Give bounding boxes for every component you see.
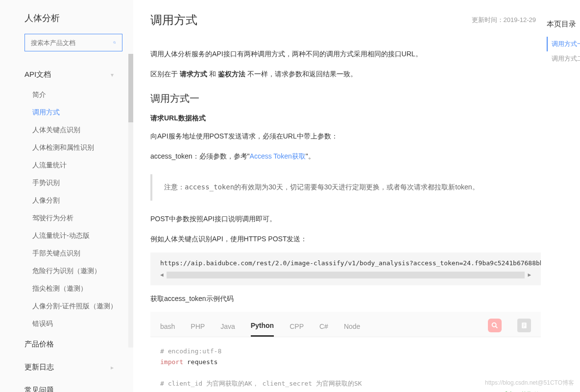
nav-item[interactable]: 调用方式 [32, 104, 133, 121]
watermark: https://blog.csdn.net@51CTO博客 [485, 379, 574, 387]
paragraph: 向API服务地址使用POST发送请求，必须在URL中带上参数： [150, 130, 541, 143]
paragraph: POST中参数按照API接口说明调用即可。 [150, 212, 541, 226]
nav-section-faq[interactable]: 常见问题 [24, 379, 133, 392]
svg-line-1 [115, 43, 116, 44]
nav-section-label: API文档 [24, 70, 51, 79]
scrollbar-thumb[interactable] [128, 54, 133, 122]
heading-method-1: 调用方式一 [150, 92, 541, 105]
tab-bash[interactable]: bash [160, 319, 175, 336]
nav-item[interactable]: 简介 [32, 86, 133, 104]
nav-item[interactable]: 驾驶行为分析 [32, 209, 133, 227]
nav-item[interactable]: 错误码 [32, 315, 133, 333]
svg-point-0 [114, 42, 116, 44]
search-icon [113, 38, 116, 47]
paragraph: 调用人体分析服务的API接口有两种调用方式，两种不同的调用方式采用相同的接口UR… [150, 47, 541, 61]
sidebar: 人体分析 API文档 ▾ 简介 调用方式 人体关键点识别 人体检测和属性识别 人… [0, 0, 133, 392]
toc-title: 本页目录 [547, 20, 580, 29]
svg-point-2 [492, 323, 496, 326]
chevron-down-icon: ▾ [111, 71, 114, 78]
nav-item[interactable]: 人像分割-证件照版（邀测） [32, 298, 133, 315]
nav-item[interactable]: 危险行为识别（邀测） [32, 262, 133, 280]
nav-item[interactable]: 人流量统计-动态版 [32, 227, 133, 245]
code-search-icon[interactable] [488, 319, 502, 332]
toc-item[interactable]: 调用方式一 [547, 37, 580, 51]
code-content: # encoding:utf-8 import requests # clien… [150, 337, 541, 392]
code-copy-icon[interactable] [517, 319, 531, 332]
search-input[interactable] [31, 39, 113, 46]
access-token-link[interactable]: Access Token获取 [250, 152, 306, 160]
tab-node[interactable]: Node [344, 319, 360, 336]
nav-item[interactable]: 人体检测和属性识别 [32, 139, 133, 157]
nav-section-label: 常见问题 [24, 386, 54, 392]
paragraph: access_token：必须参数，参考"Access Token获取"。 [150, 150, 541, 163]
scroll-left-icon[interactable]: ◀ [160, 272, 164, 278]
update-time: 更新时间：2019-12-29 [472, 16, 536, 24]
chevron-right-icon: ▸ [111, 364, 114, 371]
nav-section-label: 更新日志 [24, 363, 54, 372]
nav-section-changelog[interactable]: 更新日志▸ [24, 356, 133, 379]
svg-line-3 [496, 326, 497, 328]
code-tabs: bash PHP Java Python CPP C# Node [150, 312, 541, 337]
horizontal-scrollbar[interactable]: ◀ ▶ [160, 272, 531, 278]
article-body: 调用人体分析服务的API接口有两种调用方式，两种不同的调用方式采用相同的接口UR… [150, 47, 541, 392]
main-content: 调用方式 更新时间：2019-12-29 调用人体分析服务的API接口有两种调用… [133, 0, 541, 392]
tab-java[interactable]: Java [220, 319, 235, 336]
page-title: 调用方式 [150, 12, 197, 28]
code-url-block: https://aip.baidubce.com/rest/2.0/image-… [150, 253, 541, 285]
nav-item[interactable]: 人体关键点识别 [32, 121, 133, 139]
tab-csharp[interactable]: C# [319, 319, 328, 336]
nav-item[interactable]: 人流量统计 [32, 157, 133, 174]
tab-python[interactable]: Python [251, 318, 274, 337]
nav-section-api[interactable]: API文档 ▾ [24, 63, 133, 86]
nav-item[interactable]: 指尖检测（邀测） [32, 280, 133, 298]
table-of-contents: 本页目录 调用方式一 调用方式二 [541, 0, 580, 392]
paragraph: 区别在于 请求方式 和 鉴权方法 不一样，请求参数和返回结果一致。 [150, 68, 541, 81]
scrollbar[interactable] [128, 54, 133, 347]
heading-url-format: 请求URL数据格式 [150, 114, 541, 123]
scroll-right-icon[interactable]: ▶ [528, 272, 531, 278]
nav-item[interactable]: 手部关键点识别 [32, 245, 133, 262]
nav-item[interactable]: 手势识别 [32, 174, 133, 192]
tab-php[interactable]: PHP [191, 319, 205, 336]
nav-item[interactable]: 人像分割 [32, 192, 133, 209]
nav-sublist: 简介 调用方式 人体关键点识别 人体检测和属性识别 人流量统计 手势识别 人像分… [24, 86, 133, 333]
toc-item[interactable]: 调用方式二 [547, 51, 580, 66]
sidebar-title: 人体分析 [24, 12, 133, 24]
nav-section-label: 产品价格 [24, 340, 54, 349]
scroll-track[interactable] [167, 272, 525, 278]
nav-section-price[interactable]: 产品价格 [24, 333, 133, 356]
paragraph: 获取access_token示例代码 [150, 292, 541, 305]
page-header: 调用方式 更新时间：2019-12-29 [150, 12, 541, 28]
note-box: 注意：access_token的有效期为30天，切记需要每30天进行定期更换，或… [150, 174, 541, 201]
search-box[interactable] [24, 34, 122, 51]
tab-cpp[interactable]: CPP [290, 319, 304, 336]
paragraph: 例如人体关键点识别API，使用HTTPS POST发送： [150, 232, 541, 246]
